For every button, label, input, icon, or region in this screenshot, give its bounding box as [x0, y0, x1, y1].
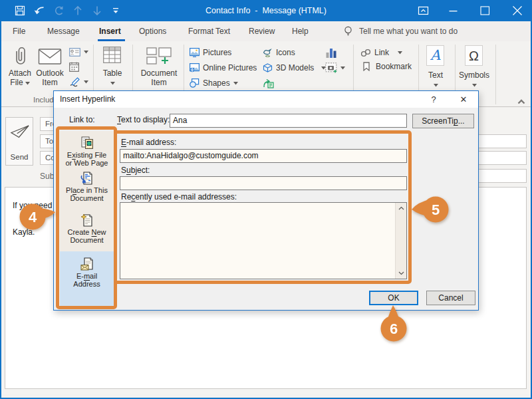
tab-format-text[interactable]: Format Text	[188, 21, 230, 41]
tab-help[interactable]: Help	[292, 21, 309, 41]
3d-models-icon	[263, 63, 273, 72]
chart-button[interactable]	[325, 47, 338, 61]
bookmark-icon	[362, 62, 370, 71]
tab-review[interactable]: Review	[249, 21, 275, 41]
dropdown-caret-icon	[84, 51, 88, 54]
outlook-message-window: Contact Info - Message (HTML) File Messa…	[0, 0, 532, 399]
document-item-icon	[146, 47, 172, 66]
symbols-icon: Ω	[465, 45, 483, 66]
dialog-close-icon[interactable]: ✕	[454, 91, 473, 108]
chart-icon	[325, 47, 338, 59]
calendar-button[interactable]	[69, 62, 79, 72]
dialog-help-icon[interactable]: ?	[424, 91, 444, 108]
pictures-button[interactable]: Pictures	[190, 48, 231, 57]
text-to-display-label: Text to display:	[117, 115, 170, 124]
email-address-input[interactable]: mailto:AnaHidalgo@customguide.com	[120, 149, 407, 163]
annotation-badge-6: 6	[379, 303, 410, 344]
smartart-icon[interactable]	[263, 78, 274, 90]
create-new-document-icon	[80, 213, 94, 227]
link-icon	[360, 49, 371, 57]
recently-used-label: Recently used e-mail addresses:	[121, 192, 237, 201]
listbox-scrollbar[interactable]	[395, 203, 406, 279]
collapse-ribbon-chevron-icon[interactable]	[517, 97, 525, 106]
screentip-button[interactable]: ScreenTip...	[412, 114, 474, 128]
send-plane-icon	[9, 123, 29, 140]
symbols-button[interactable]: Symbols	[456, 70, 493, 89]
scroll-down-icon[interactable]	[396, 268, 407, 279]
table-icon	[103, 47, 121, 65]
signature-button[interactable]	[69, 76, 88, 87]
email-address-icon	[80, 257, 94, 271]
title-bar: Contact Info - Message (HTML)	[0, 0, 532, 21]
subject-input-dialog[interactable]	[120, 176, 407, 190]
icons-icon	[263, 48, 273, 57]
ribbon-separator	[495, 45, 496, 104]
dropdown-caret-icon	[233, 82, 238, 85]
ribbon-tab-row: File Message Insert Options Format Text …	[1, 21, 531, 41]
dialog-title: Insert Hyperlink	[60, 91, 115, 108]
online-pictures-button[interactable]: Online Pictures	[190, 63, 257, 72]
link-to-label: Link to:	[69, 115, 95, 124]
text-icon: A	[426, 45, 444, 66]
send-button[interactable]: Send	[5, 117, 33, 166]
pictures-icon	[190, 48, 200, 57]
lightbulb-icon	[343, 26, 353, 39]
outlook-item-button[interactable]: Outlook Item	[31, 68, 68, 87]
annotation-badge-4: 4	[17, 201, 59, 232]
dialog-title-bar: Insert Hyperlink ? ✕	[54, 91, 478, 108]
shapes-icon	[190, 78, 200, 88]
recently-used-listbox[interactable]	[120, 202, 407, 279]
svg-text:6: 6	[390, 321, 398, 337]
existing-file-icon	[80, 136, 94, 150]
text-to-display-input[interactable]: Ana	[170, 114, 407, 128]
place-in-document-icon	[80, 172, 94, 186]
screenshot-button[interactable]	[325, 63, 345, 73]
online-pictures-icon	[190, 63, 200, 72]
envelope-icon	[38, 48, 62, 67]
cancel-button[interactable]: Cancel	[426, 291, 475, 305]
business-card-button[interactable]	[69, 48, 88, 57]
sidebar-item-place-in-document[interactable]: Place in This Document	[60, 172, 114, 202]
svg-text:5: 5	[432, 201, 440, 218]
close-icon[interactable]	[510, 0, 525, 21]
svg-text:4: 4	[29, 209, 37, 225]
signature-icon	[69, 76, 80, 87]
link-to-sidebar: Existing File or Web Page Place in This …	[60, 131, 114, 306]
dropdown-caret-icon	[398, 51, 402, 55]
tab-message[interactable]: Message	[47, 21, 80, 41]
text-button[interactable]: Text	[417, 70, 454, 89]
icons-button[interactable]: Icons	[263, 48, 295, 57]
sidebar-item-create-new-document[interactable]: Create New Document	[60, 213, 114, 244]
tab-options[interactable]: Options	[139, 21, 166, 41]
3d-models-button[interactable]: 3D Models	[263, 63, 326, 72]
tab-insert[interactable]: Insert	[99, 21, 121, 41]
link-button[interactable]: Link	[360, 48, 402, 57]
shapes-button[interactable]: Shapes	[190, 78, 238, 88]
tell-me-box[interactable]: Tell me what you want to do	[359, 21, 458, 41]
screenshot-icon	[325, 63, 337, 73]
subject-label-dialog: Subject:	[121, 166, 150, 175]
paperclip-icon	[10, 45, 30, 70]
sidebar-item-existing-file[interactable]: Existing File or Web Page	[60, 136, 114, 167]
table-button[interactable]: Table	[94, 68, 131, 87]
scroll-up-icon[interactable]	[396, 203, 407, 213]
calendar-icon	[69, 62, 79, 72]
sidebar-item-email-address[interactable]: E-mail Address	[60, 251, 114, 306]
minimize-icon[interactable]	[446, 0, 460, 21]
bookmark-button[interactable]: Bookmark	[362, 62, 412, 71]
business-card-icon	[69, 48, 80, 57]
email-address-label: E-mail address:	[121, 138, 176, 147]
annotation-badge-5: 5	[407, 194, 451, 225]
dropdown-caret-icon	[340, 66, 345, 70]
ribbon-display-options-icon[interactable]	[416, 0, 430, 21]
tab-file[interactable]: File	[13, 21, 25, 41]
maximize-icon[interactable]	[478, 0, 491, 21]
dropdown-caret-icon	[84, 80, 88, 84]
document-item-button[interactable]: Document Item	[140, 68, 178, 87]
